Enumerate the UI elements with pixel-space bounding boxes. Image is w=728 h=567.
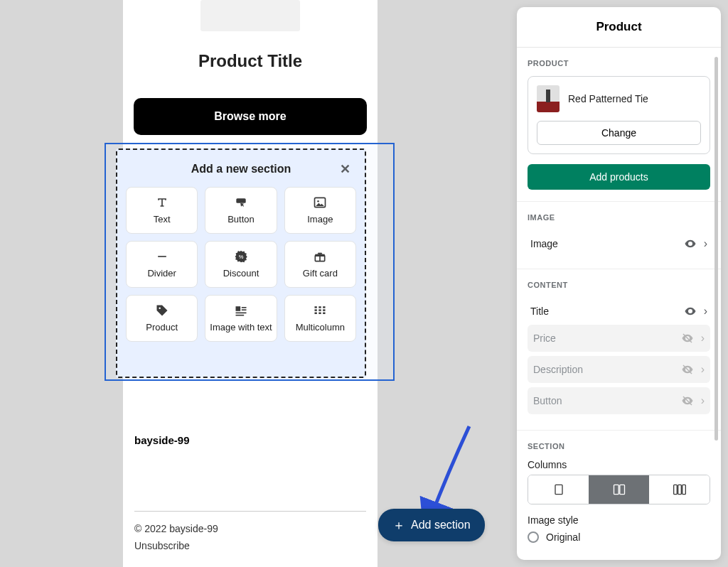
product-tag-icon <box>155 303 169 318</box>
product-image-placeholder <box>200 0 300 31</box>
svg-rect-17 <box>319 310 321 312</box>
browse-more-button[interactable]: Browse more <box>134 98 367 135</box>
selected-product-card: Red Patterned Tie Change <box>528 76 710 154</box>
section-tile-discount[interactable]: % Discount <box>205 241 277 288</box>
image-style-label: Image style <box>528 514 710 526</box>
settings-panel: Product PRODUCT Red Patterned Tie Change… <box>517 7 721 560</box>
footer-divider <box>134 511 366 512</box>
discount-icon: % <box>234 249 248 264</box>
email-footer: bayside-99 © 2022 bayside-99 Unsubscribe <box>123 434 378 567</box>
chevron-right-icon: › <box>701 332 705 345</box>
product-thumbnail <box>537 85 560 112</box>
radio-icon <box>528 531 539 543</box>
section-tile-label: Product <box>146 322 178 333</box>
svg-rect-19 <box>323 306 325 308</box>
text-icon <box>155 195 169 210</box>
section-tile-label: Divider <box>147 268 176 279</box>
list-row-label: Button <box>533 395 562 406</box>
content-row-price[interactable]: Price › <box>528 325 710 352</box>
visibility-eye-icon[interactable] <box>684 305 697 318</box>
svg-rect-10 <box>242 310 247 311</box>
selected-product-name: Red Patterned Tie <box>568 93 648 104</box>
button-icon <box>234 195 248 210</box>
giftcard-icon <box>313 249 327 264</box>
panel-section-content: CONTENT Title › Price › Description <box>517 269 721 431</box>
section-tile-multicolumn[interactable]: Multicolumn <box>284 295 356 342</box>
visibility-hidden-icon[interactable] <box>681 332 694 345</box>
add-section-button[interactable]: ＋ Add section <box>378 509 485 541</box>
svg-rect-9 <box>242 307 247 308</box>
image-style-option-original[interactable]: Original <box>528 531 710 543</box>
chevron-right-icon: › <box>701 363 705 376</box>
content-row-button[interactable]: Button › <box>528 387 710 414</box>
panel-section-image: IMAGE Image › <box>517 202 721 269</box>
change-product-button[interactable]: Change <box>537 121 701 145</box>
columns-option-3[interactable] <box>649 475 710 504</box>
panel-section-product: PRODUCT Red Patterned Tie Change Add pro… <box>517 48 721 202</box>
section-tile-label: Text <box>154 214 171 225</box>
unsubscribe-link[interactable]: Unsubscribe <box>134 540 366 551</box>
svg-rect-14 <box>315 310 317 312</box>
svg-point-2 <box>318 200 320 202</box>
content-row-image[interactable]: Image › <box>528 230 710 257</box>
svg-rect-0 <box>236 198 245 203</box>
chevron-right-icon: › <box>701 394 705 407</box>
panel-scroll[interactable]: PRODUCT Red Patterned Tie Change Add pro… <box>517 48 721 560</box>
close-icon[interactable]: ✕ <box>340 161 350 177</box>
section-tile-divider[interactable]: Divider <box>126 241 198 288</box>
svg-rect-28 <box>673 485 677 494</box>
list-row-label: Title <box>530 306 549 317</box>
section-tile-label: Button <box>228 214 255 225</box>
svg-point-7 <box>159 308 161 310</box>
section-tile-label: Discount <box>223 268 259 279</box>
panel-label-image: IMAGE <box>528 213 710 222</box>
svg-rect-27 <box>619 485 624 494</box>
svg-rect-13 <box>315 306 317 308</box>
columns-option-2[interactable] <box>589 475 649 504</box>
svg-rect-18 <box>319 313 321 315</box>
divider-icon <box>155 249 169 264</box>
visibility-hidden-icon[interactable] <box>681 363 694 376</box>
section-type-grid: Text Button Image Divider % Discount Gif… <box>126 187 356 342</box>
svg-rect-29 <box>678 485 681 494</box>
image-text-icon <box>234 303 248 318</box>
image-icon <box>313 195 327 210</box>
columns-label: Columns <box>528 459 710 470</box>
scrollbar[interactable] <box>714 57 718 441</box>
section-tile-product[interactable]: Product <box>126 295 198 342</box>
svg-rect-3 <box>158 256 166 257</box>
columns-segmented-control <box>528 475 710 504</box>
svg-rect-25 <box>555 485 562 494</box>
multicolumn-icon <box>313 303 327 318</box>
section-tile-label: Gift card <box>303 268 338 279</box>
panel-label-content: CONTENT <box>528 281 710 289</box>
visibility-eye-icon[interactable] <box>684 237 697 250</box>
section-tile-image-with-text[interactable]: Image with text <box>205 295 277 342</box>
svg-rect-8 <box>235 306 240 311</box>
product-title: Product Title <box>123 51 378 71</box>
plus-icon: ＋ <box>392 517 405 534</box>
svg-rect-11 <box>235 313 246 314</box>
section-tile-giftcard[interactable]: Gift card <box>284 241 356 288</box>
section-tile-label: Image with text <box>210 322 272 333</box>
redacted-address <box>134 450 326 504</box>
section-tile-text[interactable]: Text <box>126 187 198 234</box>
list-row-label: Image <box>530 238 558 249</box>
panel-label-section: SECTION <box>528 442 710 450</box>
section-tile-button[interactable]: Button <box>205 187 277 234</box>
panel-title: Product <box>517 7 721 48</box>
add-products-button[interactable]: Add products <box>528 164 710 190</box>
content-row-description[interactable]: Description › <box>528 356 710 383</box>
svg-rect-30 <box>682 485 685 494</box>
list-row-label: Price <box>533 333 556 344</box>
columns-option-1[interactable] <box>528 475 589 504</box>
svg-rect-20 <box>323 310 325 312</box>
copyright-text: © 2022 bayside-99 <box>134 523 366 534</box>
panel-section-section: SECTION Columns Image style Original <box>517 431 721 554</box>
content-row-title[interactable]: Title › <box>528 298 710 325</box>
visibility-hidden-icon[interactable] <box>681 394 694 407</box>
svg-rect-21 <box>323 313 325 315</box>
section-tile-label: Image <box>307 214 333 225</box>
chevron-right-icon: › <box>704 237 707 250</box>
section-tile-image[interactable]: Image <box>284 187 356 234</box>
